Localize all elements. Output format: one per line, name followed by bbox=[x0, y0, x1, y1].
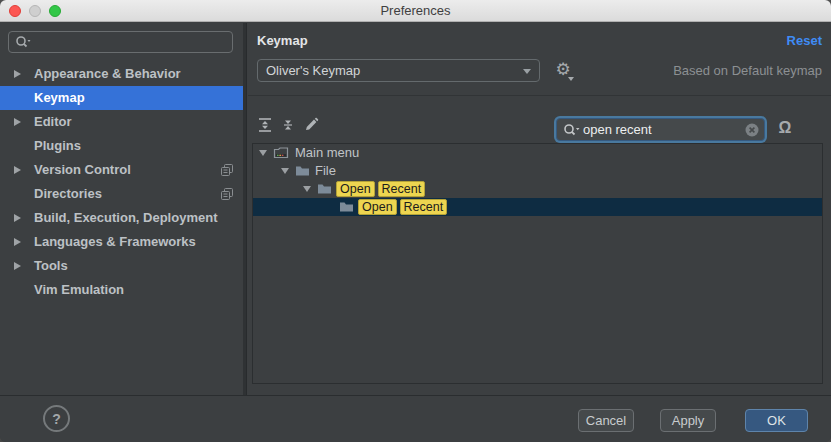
sidebar-item-languages-frameworks[interactable]: Languages & Frameworks bbox=[0, 230, 243, 254]
chevron-expanded-icon[interactable] bbox=[259, 150, 267, 156]
expand-all-icon[interactable] bbox=[257, 117, 275, 135]
sidebar-item-label: Version Control bbox=[34, 162, 131, 177]
dialog-footer: ? Cancel Apply OK bbox=[0, 395, 831, 442]
sidebar-item-editor[interactable]: Editor bbox=[0, 110, 243, 134]
collapse-all-icon[interactable] bbox=[280, 117, 298, 135]
tree-row-open-recent[interactable]: OpenRecent bbox=[253, 180, 822, 198]
sidebar-item-build-execution-deployment[interactable]: Build, Execution, Deployment bbox=[0, 206, 243, 230]
ok-button[interactable]: OK bbox=[745, 409, 808, 432]
match-highlight: Recent bbox=[400, 199, 448, 215]
sidebar-item-appearance-behavior[interactable]: Appearance & Behavior bbox=[0, 62, 243, 86]
tree-node-label: OpenRecent bbox=[336, 180, 428, 198]
match-highlight: Open bbox=[336, 181, 375, 197]
tree-row-main-menu[interactable]: Main menu bbox=[253, 144, 822, 162]
chevron-right-icon[interactable] bbox=[14, 214, 21, 222]
header-separator bbox=[248, 95, 831, 96]
sidebar-item-tools[interactable]: Tools bbox=[0, 254, 243, 278]
reset-link[interactable]: Reset bbox=[787, 33, 822, 48]
sidebar-item-directories[interactable]: Directories bbox=[0, 182, 243, 206]
sidebar-item-version-control[interactable]: Version Control bbox=[0, 158, 243, 182]
find-actions-by-shortcut-icon[interactable]: Ω bbox=[774, 116, 796, 140]
actions-tree: Main menu File OpenRecent bbox=[252, 143, 823, 384]
settings-search-box[interactable] bbox=[8, 31, 233, 53]
keymap-search-box[interactable] bbox=[556, 118, 765, 141]
tree-node-label: Main menu bbox=[295, 144, 359, 162]
sidebar-item-label: Languages & Frameworks bbox=[34, 234, 196, 249]
search-icon bbox=[15, 35, 31, 49]
chevron-right-icon[interactable] bbox=[14, 238, 21, 246]
window-title: Preferences bbox=[0, 3, 831, 18]
main-menu-icon bbox=[273, 146, 289, 160]
preferences-window: Preferences Appearance & Behavior Keymap bbox=[0, 0, 831, 442]
chevron-right-icon[interactable] bbox=[14, 70, 21, 78]
settings-nav: Appearance & Behavior Keymap Editor Plug… bbox=[0, 62, 243, 302]
sidebar-item-label: Directories bbox=[34, 186, 102, 201]
chevron-down-icon bbox=[523, 69, 531, 74]
sidebar-item-label: Tools bbox=[34, 258, 68, 273]
project-level-settings-icon bbox=[221, 164, 233, 176]
sidebar-item-vim-emulation[interactable]: Vim Emulation bbox=[0, 278, 243, 302]
sidebar-item-keymap[interactable]: Keymap bbox=[0, 86, 243, 110]
chevron-right-icon[interactable] bbox=[14, 166, 21, 174]
folder-icon bbox=[317, 182, 332, 195]
page-title: Keymap bbox=[257, 33, 308, 48]
tree-node-label: File bbox=[315, 162, 336, 180]
keymap-settings-panel: Keymap Reset Oliver's Keymap ⚙ Based on … bbox=[248, 23, 831, 395]
keymap-select-value: Oliver's Keymap bbox=[266, 63, 360, 78]
match-highlight: Open bbox=[358, 199, 397, 215]
help-button[interactable]: ? bbox=[43, 405, 70, 432]
folder-icon bbox=[295, 164, 310, 177]
chevron-right-icon[interactable] bbox=[14, 262, 21, 270]
settings-search-input[interactable] bbox=[35, 35, 226, 50]
based-on-label: Based on Default keymap bbox=[673, 63, 822, 78]
edit-pencil-icon[interactable] bbox=[303, 117, 321, 135]
search-icon[interactable] bbox=[563, 123, 580, 137]
sidebar-item-label: Appearance & Behavior bbox=[34, 66, 181, 81]
folder-icon bbox=[339, 200, 354, 213]
project-level-settings-icon bbox=[221, 188, 233, 200]
cancel-button[interactable]: Cancel bbox=[578, 409, 634, 432]
apply-button[interactable]: Apply bbox=[660, 409, 716, 432]
chevron-right-icon[interactable] bbox=[14, 118, 21, 126]
chevron-expanded-icon[interactable] bbox=[303, 186, 311, 192]
chevron-down-icon bbox=[568, 77, 574, 81]
sidebar-item-label: Plugins bbox=[34, 138, 81, 153]
tree-row-file[interactable]: File bbox=[253, 162, 822, 180]
clear-search-icon[interactable] bbox=[744, 122, 760, 138]
sidebar-item-label: Vim Emulation bbox=[34, 282, 124, 297]
keymap-search-input[interactable] bbox=[583, 122, 744, 137]
sidebar-item-label: Build, Execution, Deployment bbox=[34, 210, 217, 225]
match-highlight: Recent bbox=[378, 181, 426, 197]
tree-row-open-recent-selected[interactable]: OpenRecent bbox=[253, 198, 822, 216]
keymap-select[interactable]: Oliver's Keymap bbox=[257, 59, 540, 82]
sidebar-item-plugins[interactable]: Plugins bbox=[0, 134, 243, 158]
tree-node-label: OpenRecent bbox=[358, 198, 450, 216]
gear-icon[interactable]: ⚙ bbox=[551, 59, 575, 82]
sidebar-divider bbox=[243, 23, 247, 395]
settings-sidebar: Appearance & Behavior Keymap Editor Plug… bbox=[0, 23, 243, 395]
sidebar-item-label: Editor bbox=[34, 114, 72, 129]
chevron-expanded-icon[interactable] bbox=[281, 168, 289, 174]
titlebar: Preferences bbox=[0, 0, 831, 22]
sidebar-item-label: Keymap bbox=[34, 90, 85, 105]
